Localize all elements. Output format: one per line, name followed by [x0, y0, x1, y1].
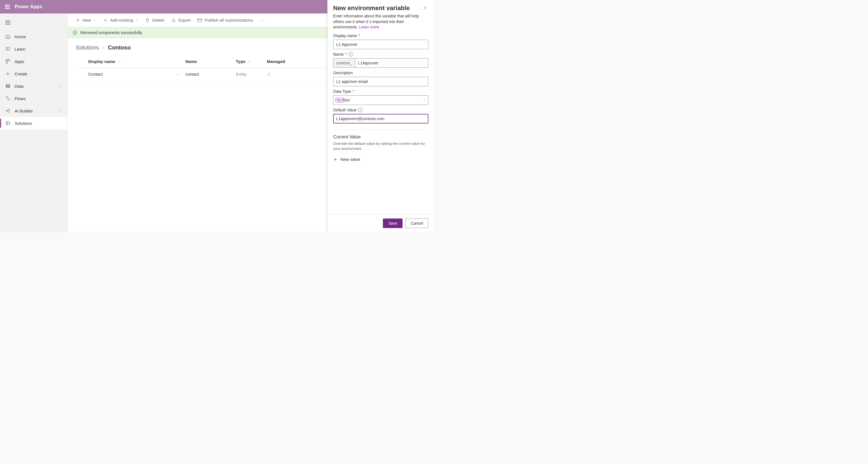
- chevron-down-icon: [423, 98, 426, 102]
- new-value-button[interactable]: New value: [333, 155, 428, 164]
- chevron-down-icon: [59, 84, 62, 88]
- chevron-down-icon: [135, 19, 138, 22]
- default-value-input[interactable]: [333, 114, 428, 123]
- svg-point-14: [6, 111, 7, 111]
- chevron-down-icon: [93, 19, 96, 22]
- display-name-input[interactable]: [333, 40, 428, 49]
- row-more-button[interactable]: ···: [177, 72, 180, 77]
- sidebar-item-label: Apps: [14, 59, 24, 64]
- sidebar-item-label: Solutions: [14, 121, 32, 126]
- svg-point-13: [9, 99, 10, 100]
- sidebar-item-apps[interactable]: Apps: [0, 55, 67, 67]
- display-name-label: Display name*: [333, 33, 428, 38]
- sidebar-item-data[interactable]: Data: [0, 80, 67, 92]
- svg-rect-6: [6, 62, 7, 63]
- chevron-down-icon: [117, 60, 121, 63]
- waffle-button[interactable]: [3, 3, 11, 11]
- sidebar-item-home[interactable]: Home: [0, 30, 67, 43]
- svg-point-12: [6, 97, 7, 97]
- book-icon: [5, 46, 11, 52]
- sidebar-item-solutions[interactable]: Solutions: [0, 117, 67, 129]
- text-type-icon: Abc: [335, 98, 343, 103]
- column-display-name[interactable]: Display name: [76, 59, 185, 64]
- plus-icon: [103, 18, 108, 23]
- svg-point-15: [9, 109, 10, 110]
- flow-icon: [5, 96, 11, 101]
- plus-icon: [75, 18, 80, 23]
- data-type-label: Data Type*: [333, 89, 428, 94]
- svg-rect-11: [6, 87, 10, 88]
- svg-rect-4: [6, 59, 7, 61]
- svg-rect-25: [268, 74, 270, 75]
- info-icon[interactable]: i: [358, 108, 363, 112]
- sidebar-item-label: Create: [14, 71, 27, 76]
- current-value-description: Override the default value by setting th…: [333, 141, 428, 151]
- info-icon[interactable]: i: [349, 52, 353, 57]
- sidebar-item-create[interactable]: Create: [0, 67, 67, 80]
- default-value-label: Default Value i: [333, 108, 428, 112]
- solutions-icon: [5, 120, 11, 126]
- more-commands-button[interactable]: ···: [257, 16, 268, 24]
- cell-type: Entity: [236, 72, 247, 77]
- name-prefix: contoso_: [333, 58, 355, 68]
- sidebar-item-label: Data: [14, 84, 24, 89]
- column-type[interactable]: Type: [236, 59, 267, 64]
- delete-button[interactable]: Delete: [142, 16, 167, 25]
- export-button[interactable]: Export: [168, 16, 193, 25]
- breadcrumb-root[interactable]: Solutions: [76, 45, 99, 51]
- sidebar-item-learn[interactable]: Learn: [0, 43, 67, 55]
- success-icon: [72, 30, 78, 35]
- add-existing-button[interactable]: Add existing: [100, 16, 141, 25]
- sidebar-item-label: Flows: [14, 96, 26, 101]
- panel-title: New environment variable: [333, 4, 422, 12]
- cancel-button[interactable]: Cancel: [405, 219, 428, 228]
- sidebar-item-flows[interactable]: Flows: [0, 92, 67, 105]
- sidebar-item-ai-builder[interactable]: AI Builder: [0, 105, 67, 117]
- svg-rect-10: [6, 86, 10, 87]
- chevron-right-icon: [102, 46, 105, 50]
- svg-rect-22: [198, 19, 202, 22]
- trash-icon: [145, 18, 150, 23]
- column-name[interactable]: Name: [185, 59, 236, 64]
- svg-rect-5: [8, 59, 10, 61]
- breadcrumb-current: Contoso: [108, 45, 131, 51]
- sidebar-item-label: Home: [14, 34, 26, 39]
- cell-managed: [267, 72, 298, 76]
- publish-icon: [197, 18, 202, 23]
- current-value-label: Current Value: [333, 135, 428, 140]
- cell-display-name: Contact: [88, 72, 103, 77]
- collapse-nav-button[interactable]: [2, 17, 13, 28]
- waffle-icon: [5, 4, 9, 9]
- name-label: Name* i: [333, 52, 428, 57]
- new-environment-variable-panel: New environment variable Enter informati…: [327, 0, 434, 232]
- sidebar-item-label: AI Builder: [14, 109, 33, 113]
- save-button[interactable]: Save: [383, 219, 403, 228]
- divider: [333, 129, 428, 130]
- plus-icon: [333, 157, 338, 162]
- sidebar-item-label: Learn: [14, 47, 25, 52]
- apps-icon: [5, 58, 11, 64]
- panel-description: Enter information about this variable th…: [333, 13, 428, 30]
- close-button[interactable]: [422, 4, 428, 11]
- cell-name: contact: [185, 72, 199, 77]
- column-managed[interactable]: Managed: [267, 59, 298, 64]
- more-icon: ···: [259, 18, 265, 23]
- app-title: Power Apps: [14, 4, 42, 9]
- publish-button[interactable]: Publish all customizations: [194, 16, 256, 25]
- learn-more-link[interactable]: Learn more: [359, 25, 379, 29]
- name-input[interactable]: [355, 58, 428, 68]
- home-icon: [5, 34, 11, 39]
- svg-rect-9: [6, 84, 10, 85]
- new-button[interactable]: New: [72, 16, 99, 25]
- chevron-down-icon: [59, 109, 62, 113]
- svg-point-16: [9, 112, 10, 113]
- description-label: Description: [333, 70, 428, 75]
- chevron-down-icon: [247, 60, 251, 63]
- panel-footer: Save Cancel: [328, 214, 434, 232]
- description-input[interactable]: [333, 77, 428, 86]
- export-icon: [171, 18, 176, 23]
- plus-icon: [5, 71, 11, 77]
- sidebar: Home Learn Apps Create Data Flows AI Bui…: [0, 13, 67, 232]
- data-type-select[interactable]: Abc: [333, 95, 428, 105]
- notification-text: Removed components successfully.: [80, 30, 143, 35]
